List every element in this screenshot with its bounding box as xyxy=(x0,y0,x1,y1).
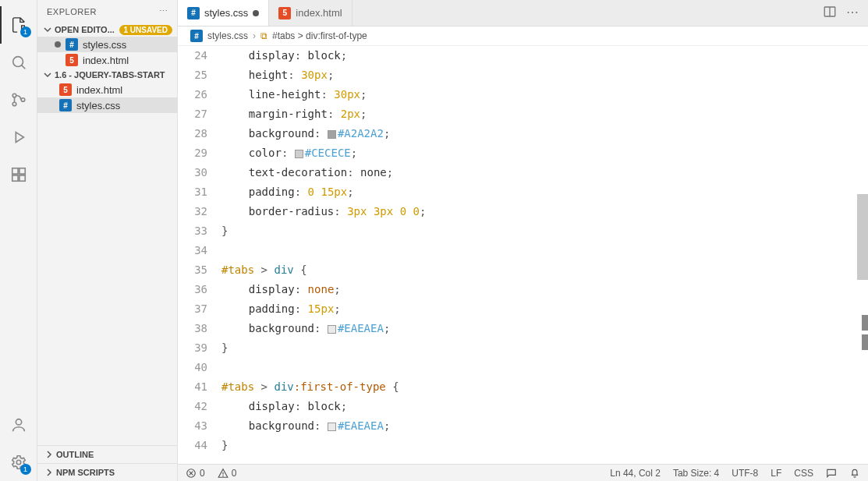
status-errors[interactable]: 0 xyxy=(186,468,205,479)
code-line[interactable]: } xyxy=(221,338,868,358)
status-encoding[interactable]: UTF-8 xyxy=(732,468,758,479)
scrollbar[interactable] xyxy=(856,46,868,464)
open-editor-item[interactable]: # styles.css xyxy=(37,37,177,52)
split-editor-icon[interactable] xyxy=(823,5,837,21)
modified-dot xyxy=(55,41,61,48)
code-line[interactable]: line-height: 30px; xyxy=(221,85,868,104)
file-name: index.html xyxy=(83,55,129,66)
search-icon[interactable] xyxy=(0,44,37,81)
settings-icon[interactable]: 1 xyxy=(0,444,37,481)
project-label: 1.6 - JQUERY-TABS-START xyxy=(55,70,165,80)
svg-point-10 xyxy=(16,419,21,425)
code-line[interactable]: } xyxy=(221,221,868,241)
explorer-icon[interactable]: 1 xyxy=(0,6,37,44)
code-line[interactable]: height: 30px; xyxy=(221,65,868,85)
editor-tab[interactable]: 5 index.html xyxy=(269,0,352,26)
code-line[interactable] xyxy=(221,358,868,377)
source-control-icon[interactable] xyxy=(0,81,37,118)
status-tabsize[interactable]: Tab Size: 4 xyxy=(673,468,719,479)
svg-point-3 xyxy=(12,102,16,106)
status-warnings[interactable]: 0 xyxy=(218,468,237,479)
extensions-icon[interactable] xyxy=(0,156,37,193)
outline-section[interactable]: OUTLINE xyxy=(37,445,177,463)
main: # styles.css 5 index.html ⋯ # styles.css… xyxy=(178,0,868,481)
tab-label: styles.css xyxy=(204,7,248,19)
code-line[interactable]: background: #A2A2A2; xyxy=(221,124,868,143)
chevron-right-icon xyxy=(44,467,55,478)
open-editors-header[interactable]: OPEN EDITO... 1 UNSAVED xyxy=(37,23,177,37)
breadcrumb[interactable]: # styles.css › ⧉ #tabs > div:first-of-ty… xyxy=(178,27,868,46)
open-editor-item[interactable]: 5 index.html xyxy=(37,52,177,68)
editor-tab[interactable]: # styles.css xyxy=(178,0,269,26)
chevron-down-icon xyxy=(42,24,53,35)
overview-ruler-knob[interactable] xyxy=(862,315,868,331)
open-editors-label: OPEN EDITO... xyxy=(55,25,115,34)
code-line[interactable]: display: none; xyxy=(221,280,868,299)
svg-line-1 xyxy=(21,65,25,69)
scroll-thumb[interactable] xyxy=(857,194,868,280)
outline-label: OUTLINE xyxy=(56,450,94,459)
code-line[interactable]: #tabs > div { xyxy=(221,260,868,280)
code-line[interactable]: padding: 15px; xyxy=(221,299,868,319)
html-file-icon: 5 xyxy=(66,54,78,66)
chevron-right-icon xyxy=(44,449,55,460)
explorer-badge: 1 xyxy=(20,27,31,37)
modified-dot xyxy=(253,10,259,16)
breadcrumb-file: styles.css xyxy=(207,30,248,41)
breadcrumb-sep: › xyxy=(253,30,256,41)
code-line[interactable]: text-decoration: none; xyxy=(221,163,868,182)
css-file-icon: # xyxy=(59,99,72,111)
settings-badge: 1 xyxy=(20,464,31,475)
svg-marker-5 xyxy=(16,133,23,143)
svg-point-18 xyxy=(222,476,223,476)
status-bar: 0 0 Ln 44, Col 2 Tab Size: 4 UTF-8 LF CS… xyxy=(178,464,868,481)
code-line[interactable]: display: block; xyxy=(221,397,868,416)
sidebar-title: EXPLORER xyxy=(47,7,97,16)
file-name: styles.css xyxy=(76,100,120,111)
code-line[interactable] xyxy=(221,241,868,260)
chevron-down-icon xyxy=(42,69,53,80)
project-header[interactable]: 1.6 - JQUERY-TABS-START xyxy=(37,68,177,82)
breadcrumb-symbol-icon: ⧉ xyxy=(260,30,267,41)
code-line[interactable]: border-radius: 3px 3px 0 0; xyxy=(221,202,868,221)
file-name: index.html xyxy=(76,84,122,96)
code-line[interactable]: display: block; xyxy=(221,46,868,65)
project-file-item[interactable]: # styles.css xyxy=(37,97,177,113)
code-line[interactable]: #tabs > div:first-of-type { xyxy=(221,377,868,397)
css-file-icon: # xyxy=(66,38,78,51)
code-line[interactable]: background: #EAEAEA; xyxy=(221,416,868,436)
more-actions-icon[interactable]: ⋯ xyxy=(846,5,859,21)
status-lang[interactable]: CSS xyxy=(794,468,813,479)
file-name: styles.css xyxy=(83,39,126,51)
overview-ruler-knob[interactable] xyxy=(862,334,868,350)
project-file-item[interactable]: 5 index.html xyxy=(37,82,177,97)
project-list: 5 index.html# styles.css xyxy=(37,82,177,113)
breadcrumb-symbol: #tabs > div:first-of-type xyxy=(272,30,367,41)
sidebar-title-row: EXPLORER ⋯ xyxy=(37,0,177,23)
code-line[interactable]: padding: 0 15px; xyxy=(221,182,868,202)
tab-label: index.html xyxy=(296,7,342,19)
open-editors-list: # styles.css 5 index.html xyxy=(37,37,177,68)
activity-bar: 1 1 xyxy=(0,0,37,481)
npm-label: NPM SCRIPTS xyxy=(56,468,115,477)
svg-rect-6 xyxy=(12,168,17,174)
status-lncol[interactable]: Ln 44, Col 2 xyxy=(610,468,661,479)
svg-rect-8 xyxy=(19,175,24,181)
more-icon[interactable]: ⋯ xyxy=(159,6,168,16)
feedback-icon[interactable] xyxy=(826,468,837,479)
npm-section[interactable]: NPM SCRIPTS xyxy=(37,463,177,481)
svg-point-0 xyxy=(12,57,23,67)
editor[interactable]: 2425262728293031323334353637383940414243… xyxy=(178,46,868,464)
bell-icon[interactable] xyxy=(849,468,860,479)
code-line[interactable]: background: #EAEAEA; xyxy=(221,319,868,338)
code-area[interactable]: display: block; height: 30px; line-heigh… xyxy=(221,46,868,464)
status-eol[interactable]: LF xyxy=(771,468,781,479)
svg-point-4 xyxy=(21,98,25,102)
code-line[interactable]: margin-right: 2px; xyxy=(221,104,868,124)
accounts-icon[interactable] xyxy=(0,406,37,444)
tab-actions: ⋯ xyxy=(823,5,868,21)
code-line[interactable]: } xyxy=(221,436,868,455)
svg-rect-7 xyxy=(12,175,17,181)
code-line[interactable]: color: #CECECE; xyxy=(221,143,868,163)
debug-icon[interactable] xyxy=(0,118,37,156)
